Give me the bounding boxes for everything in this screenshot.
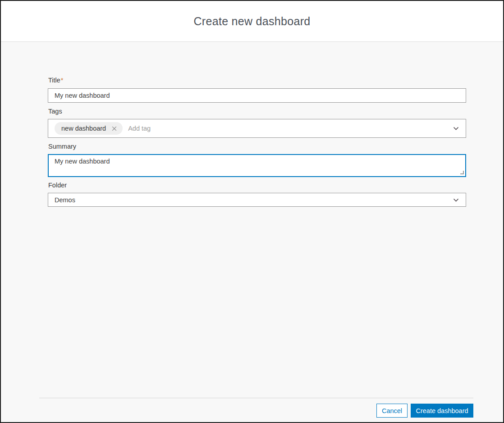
textarea-resize-handle[interactable] [460, 171, 464, 174]
create-dashboard-dialog: Create new dashboard Title* Tags new das… [0, 0, 504, 423]
summary-textarea[interactable]: My new dashboard [48, 154, 466, 177]
title-label: Title* [48, 77, 64, 84]
folder-select[interactable]: Demos [48, 193, 466, 207]
close-icon[interactable] [110, 125, 118, 132]
tags-label: Tags [48, 108, 62, 115]
tag-chip: new dashboard [55, 122, 123, 135]
tag-chip-label: new dashboard [61, 125, 106, 132]
create-dashboard-button[interactable]: Create dashboard [411, 404, 473, 418]
dialog-header: Create new dashboard [1, 1, 503, 42]
chevron-down-icon [453, 198, 459, 202]
tags-combobox[interactable]: new dashboard [48, 119, 466, 138]
title-input[interactable] [48, 88, 466, 103]
footer-divider [39, 398, 473, 398]
cancel-button[interactable]: Cancel [376, 404, 408, 418]
summary-label: Summary [48, 143, 76, 150]
required-asterisk: * [61, 77, 64, 84]
folder-selected-value: Demos [55, 196, 75, 204]
dialog-title: Create new dashboard [194, 15, 311, 28]
chevron-down-icon[interactable] [453, 127, 459, 130]
folder-label: Folder [48, 182, 67, 189]
add-tag-input[interactable] [128, 125, 459, 132]
